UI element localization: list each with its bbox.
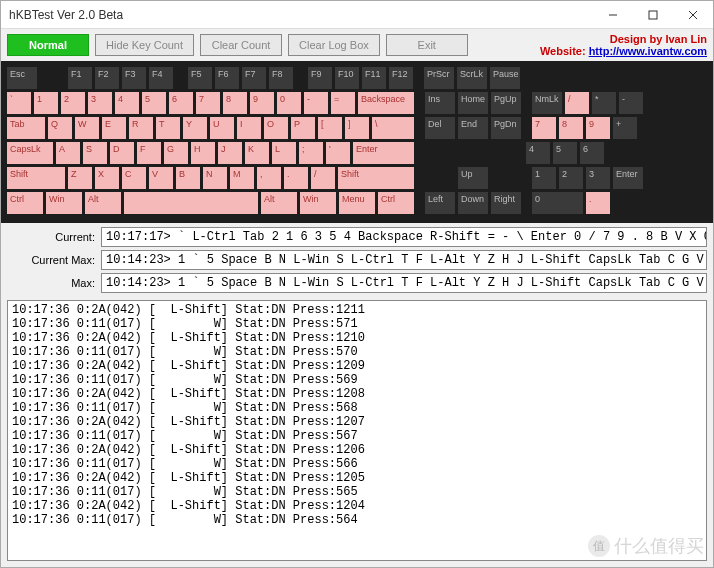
key-[interactable]: - [304, 92, 328, 114]
key-scrlk[interactable]: ScrLk [457, 67, 487, 89]
key-q[interactable]: Q [48, 117, 72, 139]
key-3[interactable]: 3 [88, 92, 112, 114]
key-[interactable]: ` [7, 92, 31, 114]
key-ctrl[interactable]: Ctrl [7, 192, 43, 214]
key-2[interactable]: 2 [61, 92, 85, 114]
key-2[interactable]: 2 [559, 167, 583, 189]
key-shift[interactable]: Shift [7, 167, 65, 189]
key-k[interactable]: K [245, 142, 269, 164]
key-alt[interactable]: Alt [261, 192, 297, 214]
key-space[interactable] [124, 192, 258, 214]
minimize-button[interactable] [593, 1, 633, 29]
key-5[interactable]: 5 [553, 142, 577, 164]
key-enter[interactable]: Enter [353, 142, 414, 164]
key-z[interactable]: Z [68, 167, 92, 189]
key-[interactable]: , [257, 167, 281, 189]
key-[interactable]: + [613, 117, 637, 139]
key-[interactable]: ; [299, 142, 323, 164]
close-button[interactable] [673, 1, 713, 29]
key-f9[interactable]: F9 [308, 67, 332, 89]
key-[interactable]: / [311, 167, 335, 189]
key-[interactable]: . [586, 192, 610, 214]
key-[interactable]: . [284, 167, 308, 189]
key-f4[interactable]: F4 [149, 67, 173, 89]
key-pgdn[interactable]: PgDn [491, 117, 521, 139]
key-f3[interactable]: F3 [122, 67, 146, 89]
key-3[interactable]: 3 [586, 167, 610, 189]
maximize-button[interactable] [633, 1, 673, 29]
key-6[interactable]: 6 [169, 92, 193, 114]
key-[interactable]: ] [345, 117, 369, 139]
key-h[interactable]: H [191, 142, 215, 164]
key-f10[interactable]: F10 [335, 67, 359, 89]
key-win[interactable]: Win [300, 192, 336, 214]
normal-button[interactable]: Normal [7, 34, 89, 56]
key-l[interactable]: L [272, 142, 296, 164]
key-win[interactable]: Win [46, 192, 82, 214]
key-alt[interactable]: Alt [85, 192, 121, 214]
key-down[interactable]: Down [458, 192, 488, 214]
log-box[interactable]: 10:17:36 0:2A(042) [ L-Shift] Stat:DN Pr… [7, 300, 707, 561]
key-u[interactable]: U [210, 117, 234, 139]
key-[interactable]: - [619, 92, 643, 114]
key-7[interactable]: 7 [196, 92, 220, 114]
key-prscr[interactable]: PrScr [424, 67, 454, 89]
key-tab[interactable]: Tab [7, 117, 45, 139]
key-e[interactable]: E [102, 117, 126, 139]
key-capslk[interactable]: CapsLk [7, 142, 53, 164]
key-g[interactable]: G [164, 142, 188, 164]
key-r[interactable]: R [129, 117, 153, 139]
key-s[interactable]: S [83, 142, 107, 164]
key-m[interactable]: M [230, 167, 254, 189]
key-f6[interactable]: F6 [215, 67, 239, 89]
key-f5[interactable]: F5 [188, 67, 212, 89]
key-f8[interactable]: F8 [269, 67, 293, 89]
key-f7[interactable]: F7 [242, 67, 266, 89]
key-p[interactable]: P [291, 117, 315, 139]
key-a[interactable]: A [56, 142, 80, 164]
key-shift[interactable]: Shift [338, 167, 414, 189]
key-ctrl[interactable]: Ctrl [378, 192, 414, 214]
key-0[interactable]: 0 [277, 92, 301, 114]
key-x[interactable]: X [95, 167, 119, 189]
hidekeycount-button[interactable]: Hide Key Count [95, 34, 194, 56]
key-w[interactable]: W [75, 117, 99, 139]
key-[interactable]: [ [318, 117, 342, 139]
key-backspace[interactable]: Backspace [358, 92, 414, 114]
key-4[interactable]: 4 [115, 92, 139, 114]
key-f2[interactable]: F2 [95, 67, 119, 89]
credits-website-link[interactable]: http://www.ivantw.com [589, 45, 707, 57]
key-enter[interactable]: Enter [613, 167, 643, 189]
key-8[interactable]: 8 [223, 92, 247, 114]
key-5[interactable]: 5 [142, 92, 166, 114]
key-esc[interactable]: Esc [7, 67, 37, 89]
key-left[interactable]: Left [425, 192, 455, 214]
key-1[interactable]: 1 [34, 92, 58, 114]
key-n[interactable]: N [203, 167, 227, 189]
key-v[interactable]: V [149, 167, 173, 189]
key-pause[interactable]: Pause [490, 67, 520, 89]
key-t[interactable]: T [156, 117, 180, 139]
key-end[interactable]: End [458, 117, 488, 139]
key-1[interactable]: 1 [532, 167, 556, 189]
key-8[interactable]: 8 [559, 117, 583, 139]
key-6[interactable]: 6 [580, 142, 604, 164]
key-9[interactable]: 9 [586, 117, 610, 139]
key-o[interactable]: O [264, 117, 288, 139]
key-up[interactable]: Up [458, 167, 488, 189]
key-pgup[interactable]: PgUp [491, 92, 521, 114]
key-[interactable]: / [565, 92, 589, 114]
exit-button[interactable]: Exit [386, 34, 468, 56]
key-[interactable]: * [592, 92, 616, 114]
key-[interactable]: \ [372, 117, 414, 139]
clearcount-button[interactable]: Clear Count [200, 34, 282, 56]
key-7[interactable]: 7 [532, 117, 556, 139]
key-f12[interactable]: F12 [389, 67, 413, 89]
key-d[interactable]: D [110, 142, 134, 164]
key-del[interactable]: Del [425, 117, 455, 139]
key-f[interactable]: F [137, 142, 161, 164]
key-f1[interactable]: F1 [68, 67, 92, 89]
key-f11[interactable]: F11 [362, 67, 386, 89]
key-ins[interactable]: Ins [425, 92, 455, 114]
key-[interactable]: = [331, 92, 355, 114]
